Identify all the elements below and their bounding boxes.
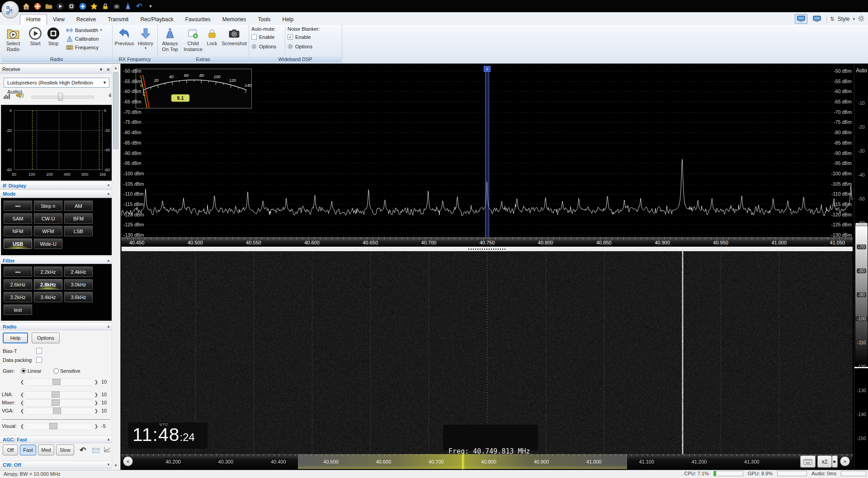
tab-favourites[interactable]: Favourites xyxy=(179,14,217,25)
filter-button-2-4khz[interactable]: 2.4kHz xyxy=(64,267,93,277)
mode-button-usb[interactable]: USB xyxy=(4,239,32,249)
ribbon-button-frequency[interactable]: Frequency xyxy=(66,43,99,52)
monitor-primary-icon[interactable] xyxy=(795,14,807,24)
slider-thumb[interactable] xyxy=(52,391,60,398)
agc-button-off[interactable]: Off xyxy=(3,445,18,455)
section-header-if-display[interactable]: IF Display▼ xyxy=(0,182,113,189)
section-header-mode[interactable]: Mode▲ xyxy=(0,190,113,197)
slider-thumb[interactable] xyxy=(49,423,57,429)
slider-decrement[interactable]: ❮ xyxy=(20,392,24,397)
volume-slider[interactable] xyxy=(32,93,93,101)
auto-mute-options-button[interactable]: Options xyxy=(251,44,286,49)
filter-button-2-2khz[interactable]: 2.2kHz xyxy=(34,267,62,277)
slider-track[interactable] xyxy=(26,423,92,430)
section-header-radio[interactable]: Radio▲ xyxy=(0,323,113,330)
qat-help-lifebuoy-icon[interactable] xyxy=(33,2,42,11)
slider-track[interactable] xyxy=(26,379,92,386)
audio-device-select[interactable]: Luidsprekers (Realtek High Definition Au… xyxy=(4,78,109,88)
slider-increment[interactable]: ❯ xyxy=(94,392,99,397)
noise-blanker-enable-checkbox[interactable]: ✓ xyxy=(288,34,293,40)
tuned-marker-flag[interactable]: 9 xyxy=(484,66,491,72)
slider-thumb[interactable] xyxy=(52,379,61,385)
mode-button-more[interactable]: ••• xyxy=(4,201,32,211)
ribbon-button-screenshot[interactable]: Screenshot xyxy=(221,26,248,47)
agc-button-med[interactable]: Med xyxy=(38,445,54,455)
mode-button-sam[interactable]: SAM xyxy=(4,213,32,224)
tab-transmit[interactable]: Transmit xyxy=(102,14,134,25)
qat-more-caret-icon[interactable]: ▾ xyxy=(146,2,155,11)
slider-thumb[interactable] xyxy=(52,399,60,406)
mode-button-wfm[interactable]: WFM xyxy=(34,226,62,236)
qat-lock-icon[interactable] xyxy=(101,2,110,11)
bias-t-checkbox[interactable] xyxy=(36,348,42,354)
nav-back-button[interactable]: « xyxy=(123,456,133,466)
agc-button-slow[interactable]: Slow xyxy=(56,445,74,455)
section-header-filter[interactable]: Filter▲ xyxy=(0,257,113,264)
filter-button-2-6khz[interactable]: 2.6kHz xyxy=(4,279,32,290)
scroll-down-icon[interactable]: ▼ xyxy=(113,463,119,469)
slider-decrement[interactable]: ❮ xyxy=(20,424,24,429)
mode-button-cw-u[interactable]: CW-U xyxy=(34,213,62,224)
receive-panel-header[interactable]: Receive ▼ ✕ xyxy=(0,65,113,74)
agc-undo-icon[interactable]: ↶ xyxy=(80,445,86,455)
filter-button-3-4khz[interactable]: 3.4kHz xyxy=(34,292,62,302)
app-menu-button[interactable] xyxy=(1,1,19,19)
qat-add-icon[interactable] xyxy=(78,2,87,11)
ribbon-button-stop[interactable]: Stop xyxy=(45,26,61,47)
section-header-cw[interactable]: CW: Off▼ xyxy=(0,461,113,469)
speaker-icon[interactable] xyxy=(15,91,24,102)
nav-forward-button[interactable]: » xyxy=(840,456,850,466)
tab-rec-playback[interactable]: Rec/Playback xyxy=(134,14,179,25)
tab-help[interactable]: Help xyxy=(277,14,300,25)
tab-receive[interactable]: Receive xyxy=(71,14,102,25)
slider-track[interactable] xyxy=(26,391,92,398)
monitor-secondary-icon[interactable] xyxy=(811,14,823,24)
mode-button-am[interactable]: AM xyxy=(64,201,93,211)
slider-decrement[interactable]: ❮ xyxy=(20,400,24,405)
panel-scrollbar[interactable]: ▲ ▼ xyxy=(112,65,119,469)
mode-button-step[interactable]: Step ≡ xyxy=(34,201,62,211)
qat-home-icon[interactable] xyxy=(22,2,31,11)
keyboard-entry-button[interactable] xyxy=(800,455,816,468)
data-packing-checkbox[interactable] xyxy=(36,357,42,363)
ribbon-button-child-instance[interactable]: ChildInstance xyxy=(183,26,203,52)
ribbon-button-history[interactable]: History▾ xyxy=(136,26,156,50)
zoom-button[interactable]: x2 xyxy=(817,455,832,468)
ribbon-button-calibration[interactable]: Calibration xyxy=(66,35,99,43)
ribbon-button-start[interactable]: Start xyxy=(27,26,43,47)
slider-decrement[interactable]: ❮ xyxy=(20,380,24,384)
qat-play-icon[interactable] xyxy=(56,2,65,11)
slider-increment[interactable]: ❯ xyxy=(94,424,99,429)
ribbon-button-select-radio[interactable]: SelectRadio xyxy=(3,26,23,52)
ribbon-button-previous[interactable]: Previous xyxy=(114,26,135,47)
tuned-frequency-marker[interactable] xyxy=(485,66,489,237)
ribbon-button-lock[interactable]: Lock xyxy=(204,26,220,47)
zoom-caret-icon[interactable]: ▶ xyxy=(832,455,838,468)
qat-favourite-star-icon[interactable] xyxy=(90,2,99,11)
panel-menu-caret-icon[interactable]: ▼ xyxy=(99,66,103,74)
agc-envelope-icon[interactable] xyxy=(92,447,99,456)
qat-open-folder-icon[interactable] xyxy=(44,2,53,11)
filter-button-3-0khz[interactable]: 3.0kHz xyxy=(64,279,93,290)
filter-button-more[interactable]: ••• xyxy=(4,267,32,277)
options-button[interactable]: Options xyxy=(32,333,60,343)
slider-increment[interactable]: ❯ xyxy=(94,400,99,405)
style-label[interactable]: Style xyxy=(838,16,850,22)
tab-view[interactable]: View xyxy=(47,14,71,25)
resize-arrows-icon[interactable]: ⇅ xyxy=(830,16,835,22)
slider-decrement[interactable]: ❮ xyxy=(20,408,24,413)
qat-stop-icon[interactable] xyxy=(67,2,76,11)
style-caret-icon[interactable]: ▾ xyxy=(853,17,855,21)
ribbon-button-always-on-top[interactable]: AlwaysOn Top xyxy=(159,26,181,52)
filter-button-test[interactable]: test xyxy=(4,305,32,315)
settings-gear-icon[interactable] xyxy=(858,15,864,23)
tab-tools[interactable]: Tools xyxy=(252,14,277,25)
ribbon-button-bandwidth[interactable]: Bandwidth▾ xyxy=(66,26,102,34)
noise-blanker-options-button[interactable]: Options xyxy=(288,44,322,49)
slider-track[interactable] xyxy=(26,408,92,415)
scroll-up-icon[interactable]: ▲ xyxy=(113,65,119,71)
slider-increment[interactable]: ❯ xyxy=(94,380,99,384)
filter-button-3-2khz[interactable]: 3.2kHz xyxy=(4,292,32,302)
panel-close-icon[interactable]: ✕ xyxy=(106,66,110,74)
mode-button-wide-u[interactable]: Wide-U xyxy=(34,239,62,249)
